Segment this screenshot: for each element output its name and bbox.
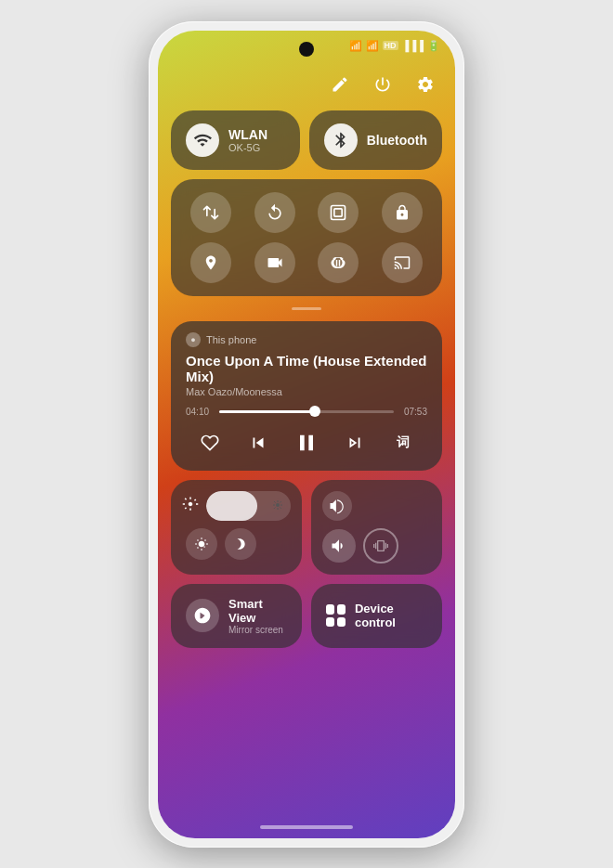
wlan-subtitle: OK-5G xyxy=(228,142,267,153)
bluetooth-title: Bluetooth xyxy=(367,133,427,148)
settings-button[interactable] xyxy=(412,71,438,97)
brightness-fill xyxy=(206,491,257,521)
connectivity-row: WLAN OK-5G Bluetooth xyxy=(171,110,442,170)
music-artist: Max Oazo/Moonessa xyxy=(186,386,427,397)
svg-point-2 xyxy=(276,503,280,507)
music-source-icon: ● xyxy=(186,332,201,347)
extra-icons-row xyxy=(182,528,291,560)
device-control-icon xyxy=(326,604,346,627)
control-panel: WLAN OK-5G Bluetooth xyxy=(158,31,455,838)
volume-panel xyxy=(311,480,442,575)
scroll-dot xyxy=(292,307,321,310)
volume-top xyxy=(322,491,431,521)
wifi-status-icon: 📶 xyxy=(366,40,379,52)
phone-frame: 📶 📶 HD ▐▐▐ 🔋 xyxy=(149,21,464,848)
camera-pill xyxy=(299,42,314,57)
smart-view-text: Smart View Mirror screen xyxy=(228,597,287,635)
status-bar: 📶 📶 HD ▐▐▐ 🔋 xyxy=(158,31,455,64)
previous-button[interactable] xyxy=(241,426,275,460)
wlan-text: WLAN OK-5G xyxy=(228,127,267,153)
smart-view-subtitle: Mirror screen xyxy=(228,625,287,635)
volume-bottom xyxy=(322,528,431,564)
device-control-tile[interactable]: Device control xyxy=(311,584,442,648)
phone-screen: 📶 📶 HD ▐▐▐ 🔋 xyxy=(158,31,455,838)
current-time: 04:10 xyxy=(186,407,212,417)
edit-button[interactable] xyxy=(327,71,353,97)
status-icons: 📶 📶 HD ▐▐▐ 🔋 xyxy=(349,40,440,52)
svg-rect-1 xyxy=(334,208,342,215)
music-title: Once Upon A Time (House Extended Mix) xyxy=(186,353,427,384)
play-pause-button[interactable] xyxy=(290,426,323,460)
bluetooth-status-icon: 📶 xyxy=(349,40,362,52)
music-source-label: This phone xyxy=(206,334,256,345)
screenshot-btn[interactable] xyxy=(318,192,359,233)
night-mode-btn[interactable] xyxy=(225,528,256,560)
smart-view-title: Smart View xyxy=(228,597,287,625)
brightness-panel xyxy=(171,480,302,575)
progress-bar-container[interactable]: 04:10 07:53 xyxy=(186,407,427,417)
vibrate-icon[interactable] xyxy=(363,528,398,564)
svg-rect-0 xyxy=(332,205,346,219)
scroll-indicator xyxy=(171,305,442,312)
smart-view-tile[interactable]: Smart View Mirror screen xyxy=(171,584,302,648)
wlan-icon xyxy=(186,123,219,157)
like-button[interactable] xyxy=(193,426,227,460)
smart-view-icon xyxy=(186,599,219,632)
adaptive-brightness-btn[interactable] xyxy=(186,528,217,560)
top-actions xyxy=(171,71,442,101)
battery-icon: 🔋 xyxy=(427,40,440,52)
data-transfer-btn[interactable] xyxy=(190,192,231,233)
cast-btn[interactable] xyxy=(382,242,423,283)
next-button[interactable] xyxy=(338,426,372,460)
music-controls: 词 xyxy=(186,426,427,460)
wlan-tile[interactable]: WLAN OK-5G xyxy=(171,110,300,170)
home-bar xyxy=(260,825,353,829)
device-control-title: Device control xyxy=(355,602,427,629)
hd-label: HD xyxy=(383,41,398,50)
timer-btn[interactable] xyxy=(318,242,359,283)
lock-btn[interactable] xyxy=(382,192,423,233)
progress-track[interactable] xyxy=(219,410,394,413)
bottom-controls xyxy=(171,480,442,575)
quick-toggles-grid xyxy=(171,179,442,296)
progress-thumb xyxy=(309,406,320,417)
lyrics-button[interactable]: 词 xyxy=(386,426,420,460)
power-button[interactable] xyxy=(370,71,396,97)
wlan-title: WLAN xyxy=(228,127,267,142)
signal-bars: ▐▐▐ xyxy=(402,40,424,51)
feature-row: Smart View Mirror screen Device control xyxy=(171,584,442,648)
total-time: 07:53 xyxy=(401,407,427,417)
brightness-knob xyxy=(272,499,283,513)
progress-fill xyxy=(219,410,315,413)
volume-btn[interactable] xyxy=(322,529,356,563)
sun-icon xyxy=(182,496,199,515)
video-call-btn[interactable] xyxy=(254,242,295,283)
brightness-slider[interactable] xyxy=(206,491,291,521)
sound-mode-icon[interactable] xyxy=(322,491,352,521)
bluetooth-icon xyxy=(324,123,358,157)
brightness-slider-row[interactable] xyxy=(182,491,291,521)
location-btn[interactable] xyxy=(190,242,231,283)
auto-rotate-btn[interactable] xyxy=(254,192,295,233)
music-player: ● This phone Once Upon A Time (House Ext… xyxy=(171,321,442,471)
music-source: ● This phone xyxy=(186,332,427,347)
bluetooth-text: Bluetooth xyxy=(367,133,427,148)
bluetooth-tile[interactable]: Bluetooth xyxy=(309,110,442,170)
